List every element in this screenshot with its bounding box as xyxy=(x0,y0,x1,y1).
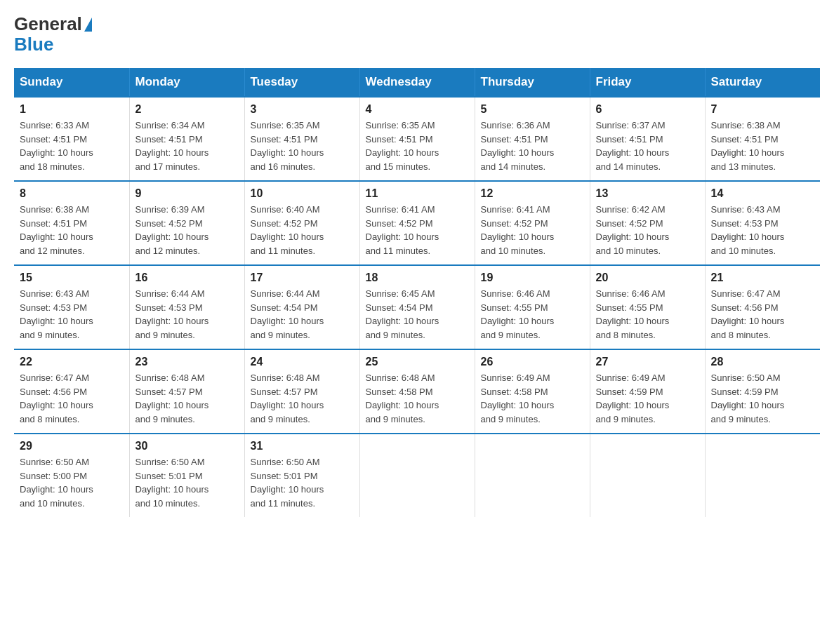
day-info: Sunrise: 6:50 AM Sunset: 5:01 PM Dayligh… xyxy=(135,455,239,510)
day-info: Sunrise: 6:35 AM Sunset: 4:51 PM Dayligh… xyxy=(251,119,354,173)
day-info: Sunrise: 6:34 AM Sunset: 4:51 PM Dayligh… xyxy=(135,119,239,173)
calendar-cell: 21 Sunrise: 6:47 AM Sunset: 4:56 PM Dayl… xyxy=(705,265,820,349)
logo-triangle-icon xyxy=(84,18,92,32)
calendar-cell: 1 Sunrise: 6:33 AM Sunset: 4:51 PM Dayli… xyxy=(14,97,129,181)
day-number: 24 xyxy=(251,356,354,368)
day-number: 6 xyxy=(596,103,699,116)
day-number: 2 xyxy=(135,103,239,116)
calendar-cell: 24 Sunrise: 6:48 AM Sunset: 4:57 PM Dayl… xyxy=(244,349,359,434)
day-number: 14 xyxy=(711,187,815,200)
day-info: Sunrise: 6:48 AM Sunset: 4:57 PM Dayligh… xyxy=(135,371,239,426)
calendar-table: SundayMondayTuesdayWednesdayThursdayFrid… xyxy=(14,68,820,517)
day-number: 20 xyxy=(596,271,699,284)
day-info: Sunrise: 6:46 AM Sunset: 4:55 PM Dayligh… xyxy=(596,287,699,342)
calendar-cell xyxy=(590,434,705,517)
calendar-cell: 19 Sunrise: 6:46 AM Sunset: 4:55 PM Dayl… xyxy=(475,265,590,349)
calendar-cell: 7 Sunrise: 6:38 AM Sunset: 4:51 PM Dayli… xyxy=(705,97,820,181)
day-number: 27 xyxy=(596,356,699,368)
calendar-cell: 3 Sunrise: 6:35 AM Sunset: 4:51 PM Dayli… xyxy=(244,97,359,181)
day-number: 1 xyxy=(20,103,124,116)
calendar-cell: 12 Sunrise: 6:41 AM Sunset: 4:52 PM Dayl… xyxy=(475,181,590,265)
day-info: Sunrise: 6:44 AM Sunset: 4:54 PM Dayligh… xyxy=(251,287,354,342)
day-number: 5 xyxy=(481,103,584,116)
calendar-cell: 31 Sunrise: 6:50 AM Sunset: 5:01 PM Dayl… xyxy=(244,434,359,517)
day-info: Sunrise: 6:50 AM Sunset: 4:59 PM Dayligh… xyxy=(711,371,815,426)
calendar-cell: 6 Sunrise: 6:37 AM Sunset: 4:51 PM Dayli… xyxy=(590,97,705,181)
day-info: Sunrise: 6:39 AM Sunset: 4:52 PM Dayligh… xyxy=(135,203,239,257)
day-number: 30 xyxy=(135,440,239,452)
day-info: Sunrise: 6:47 AM Sunset: 4:56 PM Dayligh… xyxy=(20,371,124,426)
day-number: 23 xyxy=(135,356,239,368)
calendar-week-row: 8 Sunrise: 6:38 AM Sunset: 4:51 PM Dayli… xyxy=(14,181,820,265)
day-info: Sunrise: 6:38 AM Sunset: 4:51 PM Dayligh… xyxy=(711,119,815,173)
calendar-week-row: 1 Sunrise: 6:33 AM Sunset: 4:51 PM Dayli… xyxy=(14,97,820,181)
calendar-cell: 23 Sunrise: 6:48 AM Sunset: 4:57 PM Dayl… xyxy=(129,349,244,434)
day-number: 29 xyxy=(20,440,124,452)
calendar-week-row: 22 Sunrise: 6:47 AM Sunset: 4:56 PM Dayl… xyxy=(14,349,820,434)
weekday-header-row: SundayMondayTuesdayWednesdayThursdayFrid… xyxy=(14,68,820,97)
logo-general-text: General xyxy=(14,14,82,34)
day-info: Sunrise: 6:50 AM Sunset: 5:00 PM Dayligh… xyxy=(20,455,124,510)
day-number: 4 xyxy=(366,103,469,116)
calendar-week-row: 15 Sunrise: 6:43 AM Sunset: 4:53 PM Dayl… xyxy=(14,265,820,349)
calendar-cell: 4 Sunrise: 6:35 AM Sunset: 4:51 PM Dayli… xyxy=(359,97,475,181)
day-info: Sunrise: 6:49 AM Sunset: 4:58 PM Dayligh… xyxy=(481,371,584,426)
calendar-cell: 2 Sunrise: 6:34 AM Sunset: 4:51 PM Dayli… xyxy=(129,97,244,181)
day-info: Sunrise: 6:44 AM Sunset: 4:53 PM Dayligh… xyxy=(135,287,239,342)
day-info: Sunrise: 6:40 AM Sunset: 4:52 PM Dayligh… xyxy=(251,203,354,257)
day-number: 7 xyxy=(711,103,815,116)
day-number: 8 xyxy=(20,187,124,200)
day-number: 10 xyxy=(251,187,354,200)
calendar-cell: 25 Sunrise: 6:48 AM Sunset: 4:58 PM Dayl… xyxy=(359,349,475,434)
day-number: 12 xyxy=(481,187,584,200)
calendar-week-row: 29 Sunrise: 6:50 AM Sunset: 5:00 PM Dayl… xyxy=(14,434,820,517)
calendar-cell: 13 Sunrise: 6:42 AM Sunset: 4:52 PM Dayl… xyxy=(590,181,705,265)
day-info: Sunrise: 6:42 AM Sunset: 4:52 PM Dayligh… xyxy=(596,203,699,257)
calendar-cell: 30 Sunrise: 6:50 AM Sunset: 5:01 PM Dayl… xyxy=(129,434,244,517)
weekday-header: Thursday xyxy=(475,68,590,97)
day-number: 26 xyxy=(481,356,584,368)
day-info: Sunrise: 6:36 AM Sunset: 4:51 PM Dayligh… xyxy=(481,119,584,173)
calendar-cell: 8 Sunrise: 6:38 AM Sunset: 4:51 PM Dayli… xyxy=(14,181,129,265)
calendar-cell: 27 Sunrise: 6:49 AM Sunset: 4:59 PM Dayl… xyxy=(590,349,705,434)
calendar-cell: 18 Sunrise: 6:45 AM Sunset: 4:54 PM Dayl… xyxy=(359,265,475,349)
calendar-cell: 15 Sunrise: 6:43 AM Sunset: 4:53 PM Dayl… xyxy=(14,265,129,349)
day-number: 11 xyxy=(366,187,469,200)
day-info: Sunrise: 6:45 AM Sunset: 4:54 PM Dayligh… xyxy=(366,287,469,342)
day-info: Sunrise: 6:50 AM Sunset: 5:01 PM Dayligh… xyxy=(251,455,354,510)
day-number: 25 xyxy=(366,356,469,368)
weekday-header: Tuesday xyxy=(244,68,359,97)
page-header: General Blue xyxy=(14,14,820,54)
day-info: Sunrise: 6:49 AM Sunset: 4:59 PM Dayligh… xyxy=(596,371,699,426)
calendar-cell: 16 Sunrise: 6:44 AM Sunset: 4:53 PM Dayl… xyxy=(129,265,244,349)
weekday-header: Wednesday xyxy=(359,68,475,97)
day-info: Sunrise: 6:47 AM Sunset: 4:56 PM Dayligh… xyxy=(711,287,815,342)
calendar-cell: 5 Sunrise: 6:36 AM Sunset: 4:51 PM Dayli… xyxy=(475,97,590,181)
logo: General Blue xyxy=(14,14,92,54)
day-number: 9 xyxy=(135,187,239,200)
weekday-header: Saturday xyxy=(705,68,820,97)
day-number: 16 xyxy=(135,271,239,284)
calendar-cell: 26 Sunrise: 6:49 AM Sunset: 4:58 PM Dayl… xyxy=(475,349,590,434)
calendar-cell xyxy=(705,434,820,517)
day-number: 28 xyxy=(711,356,815,368)
calendar-cell: 17 Sunrise: 6:44 AM Sunset: 4:54 PM Dayl… xyxy=(244,265,359,349)
logo-blue-text: Blue xyxy=(14,34,53,55)
day-number: 3 xyxy=(251,103,354,116)
calendar-cell: 11 Sunrise: 6:41 AM Sunset: 4:52 PM Dayl… xyxy=(359,181,475,265)
calendar-cell: 20 Sunrise: 6:46 AM Sunset: 4:55 PM Dayl… xyxy=(590,265,705,349)
day-info: Sunrise: 6:41 AM Sunset: 4:52 PM Dayligh… xyxy=(366,203,469,257)
day-info: Sunrise: 6:48 AM Sunset: 4:57 PM Dayligh… xyxy=(251,371,354,426)
day-info: Sunrise: 6:43 AM Sunset: 4:53 PM Dayligh… xyxy=(20,287,124,342)
calendar-cell: 28 Sunrise: 6:50 AM Sunset: 4:59 PM Dayl… xyxy=(705,349,820,434)
weekday-header: Friday xyxy=(590,68,705,97)
calendar-cell: 29 Sunrise: 6:50 AM Sunset: 5:00 PM Dayl… xyxy=(14,434,129,517)
day-number: 31 xyxy=(251,440,354,452)
day-number: 22 xyxy=(20,356,124,368)
day-info: Sunrise: 6:35 AM Sunset: 4:51 PM Dayligh… xyxy=(366,119,469,173)
day-number: 15 xyxy=(20,271,124,284)
calendar-cell: 10 Sunrise: 6:40 AM Sunset: 4:52 PM Dayl… xyxy=(244,181,359,265)
calendar-cell xyxy=(475,434,590,517)
calendar-cell: 9 Sunrise: 6:39 AM Sunset: 4:52 PM Dayli… xyxy=(129,181,244,265)
day-info: Sunrise: 6:48 AM Sunset: 4:58 PM Dayligh… xyxy=(366,371,469,426)
